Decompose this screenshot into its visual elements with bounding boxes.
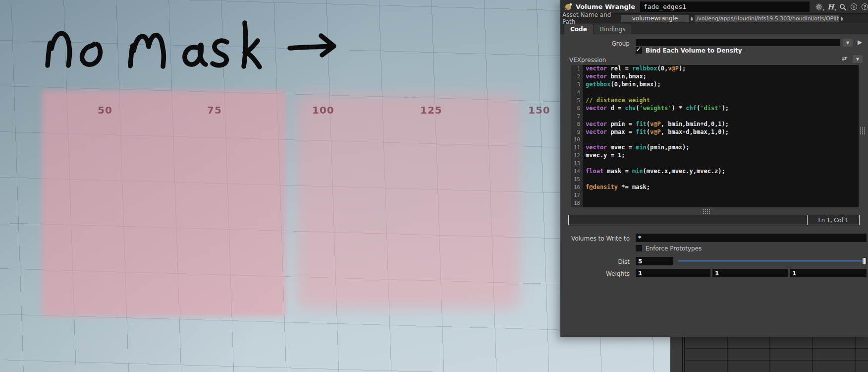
ink-letter-s <box>213 41 227 65</box>
dist-slider-handle[interactable] <box>863 258 866 264</box>
search-icon[interactable] <box>839 3 846 10</box>
code-line[interactable]: 3getbbox(0,bmin,bmax); <box>571 81 859 89</box>
bind-density-checkbox[interactable]: ✓ <box>636 47 642 54</box>
code-text[interactable]: vector d = chv('weights') * chf('dist'); <box>583 105 859 113</box>
volume-box-left <box>42 90 285 316</box>
editor-resize-grip[interactable] <box>703 209 710 214</box>
code-text[interactable] <box>583 191 859 199</box>
panel-side-resize-grip[interactable] <box>860 127 865 135</box>
pane-divider <box>670 337 685 372</box>
line-number: 9 <box>571 128 583 136</box>
code-text[interactable]: vector mvec = min(pmin,pmax); <box>583 144 859 152</box>
code-line[interactable]: 6vector d = chv('weights') * chf('dist')… <box>571 105 859 113</box>
statusbar-message-area <box>569 215 807 225</box>
code-line[interactable]: 4 <box>571 89 859 97</box>
group-dropdown-button[interactable]: ▼ <box>843 39 853 47</box>
asset-name-spinner[interactable]: ▲▼ <box>691 16 693 21</box>
ink-letter-o <box>82 44 101 64</box>
code-line[interactable]: 17 <box>571 191 859 199</box>
code-line[interactable]: 8vector pmin = fit(v@P, bmin,bmin+d,0,1)… <box>571 121 859 128</box>
line-number: 4 <box>571 89 583 97</box>
dist-slider-track[interactable] <box>678 260 866 262</box>
ink-letter-a <box>185 45 206 65</box>
group-label: Group <box>560 40 630 47</box>
grid-ruler-label: 100 <box>312 104 334 116</box>
line-number: 3 <box>571 81 583 89</box>
group-jump-arrow-icon[interactable]: ▶ <box>858 39 862 46</box>
code-line[interactable]: 11vector mvec = min(pmin,pmax); <box>571 144 859 152</box>
code-text[interactable] <box>583 136 859 144</box>
code-text[interactable]: vector rel = relbbox(0,v@P); <box>583 65 859 73</box>
line-number: 17 <box>571 191 583 199</box>
gear-icon[interactable]: ▾ <box>815 3 822 10</box>
code-text[interactable]: f@density *= mask; <box>583 184 859 191</box>
grid-ruler-label: 75 <box>207 104 222 116</box>
handwritten-annotation <box>0 0 377 89</box>
code-text[interactable]: getbbox(0,bmin,bmax); <box>583 81 859 89</box>
asset-path-spinner[interactable]: ▲▼ <box>841 16 843 21</box>
asset-path-field[interactable]: /vol/eng/apps/Houdini/hfs19.5.303/houdin… <box>695 15 839 22</box>
node-name-input[interactable]: fade_edges1 <box>640 1 810 12</box>
code-line[interactable]: 15 <box>571 176 859 184</box>
vex-code-editor[interactable]: 1vector rel = relbbox(0,v@P);2vector bmi… <box>571 65 859 207</box>
line-number: 5 <box>571 97 583 105</box>
enforce-prototypes-checkbox[interactable] <box>636 245 642 251</box>
code-text[interactable] <box>583 89 859 97</box>
houdini-caret-icon: ▾ <box>834 8 836 12</box>
code-line[interactable]: 14float mask = min(mvec.x,mvec.y,mvec.z)… <box>571 168 859 176</box>
grid-ruler-label: 125 <box>420 104 442 116</box>
line-number: 11 <box>571 144 583 152</box>
editor-statusbar: Ln 1, Col 1 <box>568 215 860 225</box>
ink-letter-n <box>48 33 70 65</box>
line-number: 14 <box>571 168 583 176</box>
code-text[interactable]: vector bmin,bmax; <box>583 73 859 81</box>
code-line[interactable]: 2vector bmin,bmax; <box>571 73 859 81</box>
code-text[interactable]: // distance weight <box>583 97 859 105</box>
weights-input-y[interactable]: 1 <box>712 269 788 277</box>
asset-name-path-label: Asset Name and Path <box>562 11 620 25</box>
code-line[interactable]: 10 <box>571 136 859 144</box>
code-line[interactable]: 12mvec.y = 1; <box>571 152 859 160</box>
code-line[interactable]: 16f@density *= mask; <box>571 184 859 191</box>
channel-table-pane <box>685 337 868 372</box>
line-number: 1 <box>571 65 583 73</box>
code-text[interactable] <box>583 176 859 184</box>
code-text[interactable]: vector pmin = fit(v@P, bmin,bmin+d,0,1); <box>583 121 859 128</box>
code-text[interactable] <box>583 113 859 121</box>
line-number: 7 <box>571 113 583 121</box>
line-number: 18 <box>571 199 583 207</box>
info-icon[interactable]: i <box>851 3 857 10</box>
cursor-position-indicator: Ln 1, Col 1 <box>807 215 859 225</box>
weights-label: Weights <box>560 270 630 277</box>
code-line[interactable]: 5// distance weight <box>571 97 859 105</box>
code-text[interactable] <box>583 160 859 168</box>
tab-code[interactable]: Code <box>564 24 593 34</box>
code-text[interactable]: vector pmax = fit(v@P, bmax-d,bmax,1,0); <box>583 128 859 136</box>
code-text[interactable]: mvec.y = 1; <box>583 152 859 160</box>
weights-input-z[interactable]: 1 <box>790 269 867 277</box>
code-text[interactable]: float mask = min(mvec.x,mvec.y,mvec.z); <box>583 168 859 176</box>
code-line[interactable]: 9vector pmax = fit(v@P, bmax-d,bmax,1,0)… <box>571 128 859 136</box>
code-line[interactable]: 13 <box>571 160 859 168</box>
weights-input-x[interactable]: 1 <box>636 269 710 277</box>
enforce-prototypes-label: Enforce Prototypes <box>646 245 702 252</box>
volume-wrangle-node-icon <box>564 2 573 11</box>
grid-ruler-label: 50 <box>98 104 112 116</box>
grid-ruler-label: 150 <box>528 104 550 116</box>
code-text[interactable] <box>583 199 859 207</box>
code-line[interactable]: 18 <box>571 199 859 207</box>
vexpression-label: VEXpression <box>569 57 606 63</box>
tab-bindings[interactable]: Bindings <box>594 24 632 34</box>
vexpression-dropdown-button[interactable]: ▼ <box>853 55 863 63</box>
line-number: 10 <box>571 136 583 144</box>
code-line[interactable]: 1vector rel = relbbox(0,v@P); <box>571 65 859 73</box>
code-line[interactable]: 7 <box>571 113 859 121</box>
volumes-to-write-input[interactable]: * <box>636 234 867 242</box>
help-icon[interactable]: ? <box>862 3 868 10</box>
dist-input[interactable]: 5 <box>636 257 673 265</box>
group-input[interactable] <box>636 39 840 46</box>
houdini-icon[interactable]: H ▾ <box>827 3 834 10</box>
line-number: 16 <box>571 184 583 191</box>
expression-editor-icon[interactable]: ⇄⁺ <box>842 56 847 62</box>
asset-name-select[interactable]: volumewrangle <box>621 15 689 22</box>
